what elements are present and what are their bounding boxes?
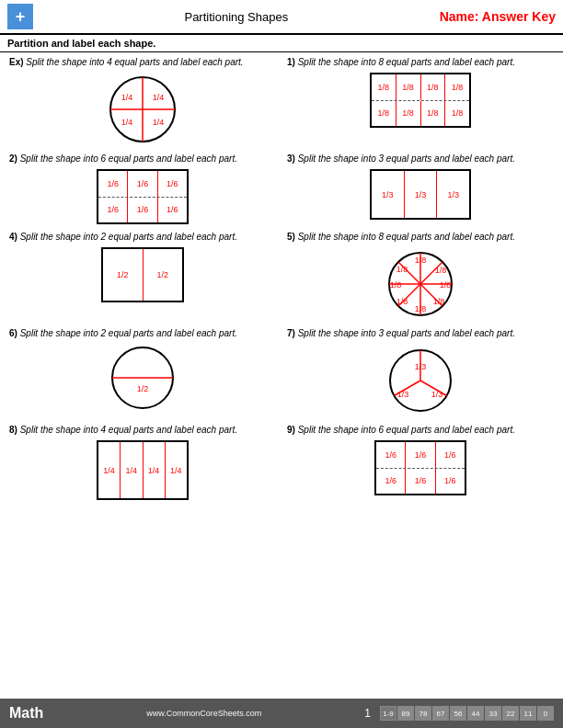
instructions: Partition and label each shape. bbox=[0, 35, 563, 52]
header: + Partitioning Shapes Name: Answer Key bbox=[0, 0, 563, 35]
svg-text:1/8: 1/8 bbox=[435, 266, 447, 275]
svg-text:1/4: 1/4 bbox=[153, 118, 165, 127]
problem-5-label: 5) Split the shape into 8 equal parts an… bbox=[287, 232, 554, 243]
problem-6: 6) Split the shape into 2 equal parts an… bbox=[4, 325, 282, 422]
problem-6-shape: 1/2 bbox=[9, 344, 276, 413]
svg-text:1/8: 1/8 bbox=[390, 280, 402, 290]
name-label: Name: bbox=[440, 9, 479, 24]
svg-text:1/4: 1/4 bbox=[153, 93, 165, 102]
page-number: 1 bbox=[364, 707, 371, 720]
problem-7-shape: 1/3 1/3 1/3 bbox=[287, 344, 554, 417]
answer-box-67: 67 bbox=[432, 706, 449, 721]
svg-text:1/8: 1/8 bbox=[396, 297, 408, 306]
problem-6-label: 6) Split the shape into 2 equal parts an… bbox=[9, 328, 276, 339]
circle-8-svg: 1/8 1/8 1/8 1/8 1/8 1/8 1/8 1/8 bbox=[379, 247, 462, 321]
problem-8-label: 8) Split the shape into 4 equal parts an… bbox=[9, 425, 276, 436]
problem-7-description: Split the shape into 3 equal parts and l… bbox=[298, 328, 515, 338]
svg-text:1/8: 1/8 bbox=[396, 265, 408, 274]
footer-math-label: Math bbox=[9, 705, 43, 722]
footer: Math www.CommonCoreSheets.com 1 1-9 89 7… bbox=[0, 699, 563, 728]
rect-2: 1/2 1/2 bbox=[101, 247, 184, 302]
problem-8-description: Split the shape into 4 equal parts and l… bbox=[20, 425, 237, 435]
example-description: Split the shape into 4 equal parts and l… bbox=[26, 57, 243, 67]
problem-9-description: Split the shape into 6 equal parts and l… bbox=[298, 425, 515, 435]
example-number: Ex) bbox=[9, 57, 24, 67]
problem-2: 2) Split the shape into 6 equal parts an… bbox=[4, 151, 282, 229]
answer-box-0: 0 bbox=[537, 706, 554, 721]
answer-box-44: 44 bbox=[467, 706, 484, 721]
rect-8: 1/8 1/8 1/8 1/8 1/8 1/8 1/8 1/8 bbox=[370, 73, 471, 128]
problem-9-shape: 1/6 1/6 1/6 1/6 1/6 1/6 bbox=[287, 440, 554, 495]
problem-3-number: 3) bbox=[287, 154, 295, 164]
problem-4-description: Split the shape into 2 equal parts and l… bbox=[20, 232, 237, 242]
problem-3-label: 3) Split the shape into 3 equal parts an… bbox=[287, 154, 554, 165]
problem-1-description: Split the shape into 8 equal parts and l… bbox=[298, 57, 515, 67]
answer-box-1-9: 1-9 bbox=[380, 706, 396, 721]
svg-text:1/3: 1/3 bbox=[431, 390, 443, 399]
answer-key-label: Answer Key bbox=[482, 9, 556, 24]
circle-4-svg: 1/4 1/4 1/4 1/4 bbox=[101, 73, 184, 146]
problem-8-number: 8) bbox=[9, 425, 17, 435]
name-field: Name: Answer Key bbox=[440, 9, 556, 24]
problem-3: 3) Split the shape into 3 equal parts an… bbox=[282, 151, 559, 229]
answer-box-33: 33 bbox=[485, 706, 501, 721]
problem-1-label: 1) Split the shape into 8 equal parts an… bbox=[287, 57, 554, 68]
footer-right: 1 1-9 89 78 67 56 44 33 22 11 0 bbox=[364, 706, 554, 721]
problem-5-number: 5) bbox=[287, 232, 295, 242]
svg-text:1/3: 1/3 bbox=[397, 390, 409, 399]
problem-7: 7) Split the shape into 3 equal parts an… bbox=[282, 325, 559, 422]
problem-8: 8) Split the shape into 4 equal parts an… bbox=[4, 422, 282, 505]
answer-box-22: 22 bbox=[502, 706, 519, 721]
answer-box-89: 89 bbox=[397, 706, 414, 721]
answer-box-11: 11 bbox=[520, 706, 536, 721]
problem-5: 5) Split the shape into 8 equal parts an… bbox=[282, 229, 559, 325]
circle-2-svg: 1/2 bbox=[101, 344, 184, 413]
problem-4-label: 4) Split the shape into 2 equal parts an… bbox=[9, 232, 276, 243]
svg-text:1/8: 1/8 bbox=[440, 280, 452, 290]
answer-box-56: 56 bbox=[450, 706, 466, 721]
page-title: Partitioning Shapes bbox=[184, 10, 288, 24]
problem-5-description: Split the shape into 8 equal parts and l… bbox=[298, 232, 515, 242]
rect-6b: 1/6 1/6 1/6 1/6 1/6 1/6 bbox=[374, 440, 466, 495]
problem-4-shape: 1/2 1/2 bbox=[9, 247, 276, 302]
example-shape: 1/4 1/4 1/4 1/4 bbox=[9, 73, 276, 146]
problem-2-description: Split the shape into 6 equal parts and l… bbox=[20, 154, 237, 164]
problem-6-number: 6) bbox=[9, 328, 17, 338]
problem-3-shape: 1/3 1/3 1/3 bbox=[287, 169, 554, 220]
problem-8-shape: 1/4 1/4 1/4 1/4 bbox=[9, 440, 276, 500]
problem-5-shape: 1/8 1/8 1/8 1/8 1/8 1/8 1/8 1/8 bbox=[287, 247, 554, 321]
problem-1: 1) Split the shape into 8 equal parts an… bbox=[282, 54, 559, 151]
logo: + bbox=[7, 4, 33, 29]
problem-7-number: 7) bbox=[287, 328, 295, 338]
rect-4-strips: 1/4 1/4 1/4 1/4 bbox=[97, 440, 189, 500]
svg-text:1/3: 1/3 bbox=[415, 362, 427, 371]
svg-text:1/8: 1/8 bbox=[415, 256, 427, 265]
example-problem: Ex) Split the shape into 4 equal parts a… bbox=[4, 54, 282, 151]
problem-2-shape: 1/6 1/6 1/6 1/6 1/6 1/6 bbox=[9, 169, 276, 224]
problem-4: 4) Split the shape into 2 equal parts an… bbox=[4, 229, 282, 325]
problem-9-label: 9) Split the shape into 6 equal parts an… bbox=[287, 425, 554, 436]
problem-1-number: 1) bbox=[287, 57, 295, 67]
rect-6: 1/6 1/6 1/6 1/6 1/6 1/6 bbox=[97, 169, 189, 224]
footer-website: www.CommonCoreSheets.com bbox=[146, 709, 261, 718]
svg-text:1/2: 1/2 bbox=[137, 384, 149, 393]
svg-text:1/4: 1/4 bbox=[121, 118, 133, 127]
problem-9-number: 9) bbox=[287, 425, 295, 435]
problem-7-label: 7) Split the shape into 3 equal parts an… bbox=[287, 328, 554, 339]
rect-3: 1/3 1/3 1/3 bbox=[370, 169, 471, 220]
circle-3-svg: 1/3 1/3 1/3 bbox=[379, 344, 462, 417]
problem-1-shape: 1/8 1/8 1/8 1/8 1/8 1/8 1/8 1/8 bbox=[287, 73, 554, 128]
svg-text:1/8: 1/8 bbox=[433, 297, 445, 306]
example-label: Ex) Split the shape into 4 equal parts a… bbox=[9, 57, 276, 68]
problem-6-description: Split the shape into 2 equal parts and l… bbox=[20, 328, 237, 338]
problem-3-description: Split the shape into 3 equal parts and l… bbox=[298, 154, 515, 164]
answer-box-78: 78 bbox=[415, 706, 431, 721]
problem-2-label: 2) Split the shape into 6 equal parts an… bbox=[9, 154, 276, 165]
problem-4-number: 4) bbox=[9, 232, 17, 242]
answer-boxes: 1-9 89 78 67 56 44 33 22 11 0 bbox=[380, 706, 554, 721]
problem-2-number: 2) bbox=[9, 154, 17, 164]
problem-9: 9) Split the shape into 6 equal parts an… bbox=[282, 422, 559, 505]
svg-text:1/4: 1/4 bbox=[121, 93, 133, 102]
svg-text:1/8: 1/8 bbox=[415, 304, 427, 313]
